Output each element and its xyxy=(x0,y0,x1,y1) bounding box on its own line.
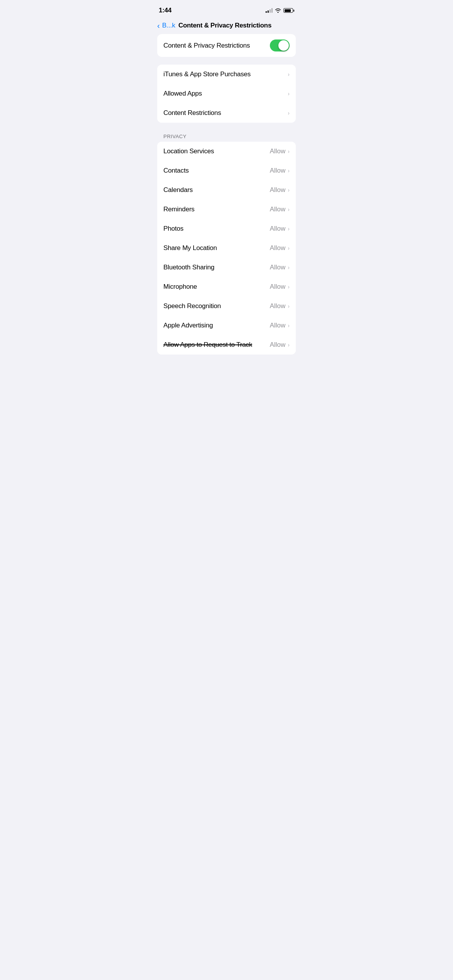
photos-item[interactable]: Photos Allow › xyxy=(157,219,296,238)
speech-recognition-item[interactable]: Speech Recognition Allow › xyxy=(157,296,296,316)
itunes-purchases-label: iTunes & App Store Purchases xyxy=(163,70,251,78)
chevron-right-icon: › xyxy=(288,91,290,97)
photos-value: Allow xyxy=(270,225,286,233)
bluetooth-sharing-label: Bluetooth Sharing xyxy=(163,264,214,271)
signal-icon xyxy=(266,8,273,13)
back-button[interactable]: ‹ B...k xyxy=(157,22,175,29)
chevron-right-icon: › xyxy=(288,322,290,329)
content-privacy-toggle-item[interactable]: Content & Privacy Restrictions xyxy=(157,34,296,57)
share-my-location-value: Allow xyxy=(270,244,286,252)
chevron-right-icon: › xyxy=(288,226,290,232)
chevron-right-icon: › xyxy=(288,245,290,251)
bluetooth-sharing-right: Allow › xyxy=(270,264,290,271)
apple-advertising-item[interactable]: Apple Advertising Allow › xyxy=(157,316,296,335)
top-toggle-card: Content & Privacy Restrictions xyxy=(157,34,296,57)
top-toggle-section: Content & Privacy Restrictions xyxy=(157,34,296,57)
photos-right: Allow › xyxy=(270,225,290,233)
itunes-purchases-item[interactable]: iTunes & App Store Purchases › xyxy=(157,65,296,84)
location-services-item[interactable]: Location Services Allow › xyxy=(157,142,296,161)
status-icons xyxy=(266,8,294,13)
speech-recognition-right: Allow › xyxy=(270,302,290,310)
reminders-item[interactable]: Reminders Allow › xyxy=(157,200,296,219)
back-chevron-icon: ‹ xyxy=(157,22,160,29)
content-restrictions-right: › xyxy=(287,110,290,116)
bluetooth-sharing-item[interactable]: Bluetooth Sharing Allow › xyxy=(157,258,296,277)
content-privacy-label: Content & Privacy Restrictions xyxy=(163,42,250,50)
nav-title: Content & Privacy Restrictions xyxy=(178,22,271,29)
contacts-right: Allow › xyxy=(270,167,290,175)
nav-bar: ‹ B...k Content & Privacy Restrictions xyxy=(151,19,302,34)
calendars-label: Calendars xyxy=(163,186,193,194)
calendars-right: Allow › xyxy=(270,186,290,194)
microphone-label: Microphone xyxy=(163,283,197,291)
reminders-value: Allow xyxy=(270,206,286,213)
status-time: 1:44 xyxy=(159,7,172,14)
privacy-card: Location Services Allow › Contacts Allow… xyxy=(157,142,296,355)
chevron-right-icon: › xyxy=(288,342,290,348)
allow-apps-track-right: Allow › xyxy=(270,341,290,349)
share-my-location-item[interactable]: Share My Location Allow › xyxy=(157,238,296,258)
location-services-right: Allow › xyxy=(270,147,290,155)
chevron-right-icon: › xyxy=(288,187,290,193)
share-my-location-right: Allow › xyxy=(270,244,290,252)
main-section: iTunes & App Store Purchases › Allowed A… xyxy=(157,65,296,123)
share-my-location-label: Share My Location xyxy=(163,244,217,252)
allowed-apps-label: Allowed Apps xyxy=(163,90,202,98)
chevron-right-icon: › xyxy=(288,264,290,271)
allow-apps-track-item[interactable]: Allow Apps to Request to Track Allow › xyxy=(157,335,296,355)
main-items-card: iTunes & App Store Purchases › Allowed A… xyxy=(157,65,296,123)
calendars-value: Allow xyxy=(270,186,286,194)
allowed-apps-item[interactable]: Allowed Apps › xyxy=(157,84,296,103)
apple-advertising-value: Allow xyxy=(270,322,286,329)
reminders-label: Reminders xyxy=(163,206,194,213)
contacts-label: Contacts xyxy=(163,167,189,175)
privacy-section-header: PRIVACY xyxy=(157,130,296,142)
contacts-item[interactable]: Contacts Allow › xyxy=(157,161,296,180)
wifi-icon xyxy=(275,8,281,13)
speech-recognition-label: Speech Recognition xyxy=(163,302,221,310)
apple-advertising-label: Apple Advertising xyxy=(163,322,213,329)
content-restrictions-label: Content Restrictions xyxy=(163,109,221,117)
microphone-item[interactable]: Microphone Allow › xyxy=(157,277,296,296)
apple-advertising-right: Allow › xyxy=(270,322,290,329)
toggle-knob xyxy=(278,40,289,51)
chevron-right-icon: › xyxy=(288,303,290,309)
allow-apps-track-label: Allow Apps to Request to Track xyxy=(163,341,252,349)
allowed-apps-right: › xyxy=(287,91,290,97)
chevron-right-icon: › xyxy=(288,110,290,116)
chevron-right-icon: › xyxy=(288,284,290,290)
chevron-right-icon: › xyxy=(288,206,290,212)
location-services-label: Location Services xyxy=(163,147,214,155)
reminders-right: Allow › xyxy=(270,206,290,213)
itunes-purchases-right: › xyxy=(287,71,290,77)
photos-label: Photos xyxy=(163,225,184,233)
content-restrictions-item[interactable]: Content Restrictions › xyxy=(157,103,296,123)
bluetooth-sharing-value: Allow xyxy=(270,264,286,271)
battery-icon xyxy=(283,8,294,13)
status-bar: 1:44 xyxy=(151,0,302,19)
privacy-section: PRIVACY Location Services Allow › Contac… xyxy=(157,130,296,355)
calendars-item[interactable]: Calendars Allow › xyxy=(157,180,296,200)
speech-recognition-value: Allow xyxy=(270,302,286,310)
content-privacy-toggle[interactable] xyxy=(270,39,290,51)
microphone-value: Allow xyxy=(270,283,286,291)
allow-apps-track-value: Allow xyxy=(270,341,286,349)
back-label: B...k xyxy=(162,22,175,29)
chevron-right-icon: › xyxy=(288,168,290,174)
chevron-right-icon: › xyxy=(288,148,290,154)
toggle-container[interactable] xyxy=(270,39,290,51)
contacts-value: Allow xyxy=(270,167,286,175)
chevron-right-icon: › xyxy=(288,71,290,77)
microphone-right: Allow › xyxy=(270,283,290,291)
location-services-value: Allow xyxy=(270,147,286,155)
